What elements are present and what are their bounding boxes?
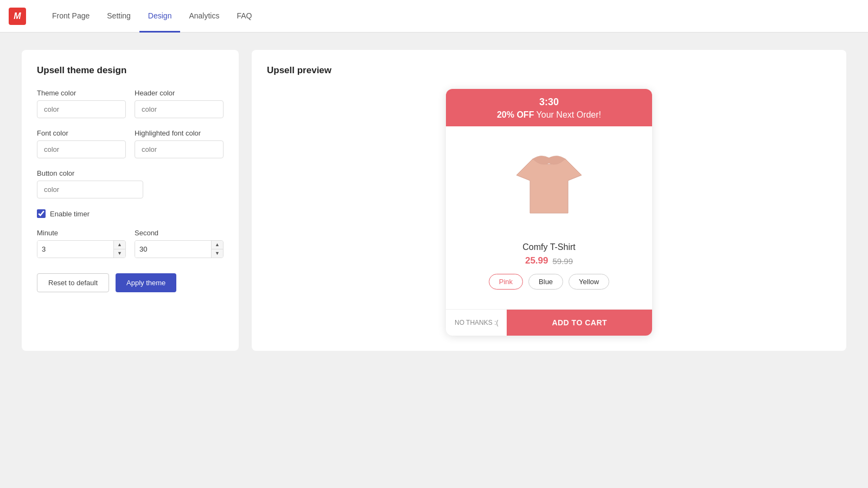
font-color-input[interactable] <box>37 140 126 158</box>
price-new: 25.99 <box>525 255 548 266</box>
variant-blue-btn[interactable]: Blue <box>528 274 563 290</box>
second-label: Second <box>135 229 224 237</box>
variant-yellow-btn[interactable]: Yellow <box>569 274 609 290</box>
enable-timer-row: Enable timer <box>37 209 224 218</box>
button-color-input[interactable] <box>37 181 143 198</box>
preview-card-header: 3:30 20% OFF Your Next Order! <box>446 89 652 126</box>
second-spinner: ▲ ▼ <box>135 240 224 258</box>
offer-bold: 20% OFF <box>497 110 534 119</box>
button-color-label: Button color <box>37 169 143 177</box>
variant-pink-btn[interactable]: Pink <box>489 274 523 290</box>
minute-group: Minute ▲ ▼ <box>37 229 126 258</box>
enable-timer-checkbox[interactable] <box>37 209 46 218</box>
product-name: Comfy T-Shirt <box>522 242 576 252</box>
preview-timer: 3:30 <box>457 97 641 108</box>
font-color-group: Font color <box>37 129 126 158</box>
right-panel: Upsell preview 3:30 20% OFF Your Next Or… <box>252 50 846 351</box>
minute-input[interactable] <box>37 241 113 258</box>
preview-offer: 20% OFF Your Next Order! <box>457 110 641 120</box>
action-buttons: Reset to default Apply theme <box>37 273 224 292</box>
preview-card-footer: NO THANKS :( ADD TO CART <box>446 309 652 336</box>
nav-links: Front Page Setting Design Analytics FAQ <box>43 0 261 32</box>
enable-timer-label: Enable timer <box>50 210 90 218</box>
tshirt-icon <box>506 143 592 229</box>
row-button-color: Button color <box>37 169 224 198</box>
offer-rest: Your Next Order! <box>534 110 601 119</box>
nav-analytics[interactable]: Analytics <box>180 1 228 33</box>
minute-spinners: ▲ ▼ <box>113 241 125 258</box>
highlighted-font-color-label: Highlighted font color <box>135 129 224 137</box>
font-color-label: Font color <box>37 129 126 137</box>
second-spinners: ▲ ▼ <box>211 241 223 258</box>
minute-spinner: ▲ ▼ <box>37 240 126 258</box>
second-up-btn[interactable]: ▲ <box>212 241 223 249</box>
header-color-label: Header color <box>135 89 224 97</box>
theme-color-label: Theme color <box>37 89 126 97</box>
minute-down-btn[interactable]: ▼ <box>114 249 125 258</box>
second-group: Second ▲ ▼ <box>135 229 224 258</box>
header-color-group: Header color <box>135 89 224 118</box>
upsell-preview-card: 3:30 20% OFF Your Next Order! Comfy T-Sh <box>446 89 652 336</box>
topbar: M Front Page Setting Design Analytics FA… <box>0 0 868 33</box>
nav-setting[interactable]: Setting <box>98 1 139 33</box>
left-panel: Upsell theme design Theme color Header c… <box>22 50 239 351</box>
highlighted-font-color-group: Highlighted font color <box>135 129 224 158</box>
minute-up-btn[interactable]: ▲ <box>114 241 125 249</box>
app-logo: M <box>9 8 26 25</box>
product-image <box>500 137 598 235</box>
second-down-btn[interactable]: ▼ <box>212 249 223 258</box>
add-to-cart-button[interactable]: ADD TO CART <box>507 310 652 336</box>
variant-row: Pink Blue Yellow <box>489 274 609 290</box>
highlighted-font-color-input[interactable] <box>135 140 224 158</box>
nav-front-page[interactable]: Front Page <box>43 1 98 33</box>
minute-label: Minute <box>37 229 126 237</box>
left-panel-title: Upsell theme design <box>37 65 224 76</box>
theme-color-input[interactable] <box>37 100 126 118</box>
row-font-highlighted-color: Font color Highlighted font color <box>37 129 224 158</box>
nav-design[interactable]: Design <box>139 1 181 33</box>
nav-faq[interactable]: FAQ <box>228 1 260 33</box>
reset-button[interactable]: Reset to default <box>37 273 109 292</box>
button-color-group: Button color <box>37 169 143 198</box>
main-content: Upsell theme design Theme color Header c… <box>0 33 868 368</box>
price-old: 59.99 <box>553 256 573 266</box>
price-row: 25.99 59.99 <box>525 255 573 266</box>
timer-row: Minute ▲ ▼ Second ▲ ▼ <box>37 229 224 258</box>
no-thanks-button[interactable]: NO THANKS :( <box>446 311 507 334</box>
apply-theme-button[interactable]: Apply theme <box>116 273 176 292</box>
second-input[interactable] <box>135 241 211 258</box>
header-color-input[interactable] <box>135 100 224 118</box>
theme-color-group: Theme color <box>37 89 126 118</box>
preview-title: Upsell preview <box>267 65 831 76</box>
preview-card-body: Comfy T-Shirt 25.99 59.99 Pink Blue Yell… <box>446 126 652 309</box>
row-theme-header-color: Theme color Header color <box>37 89 224 118</box>
